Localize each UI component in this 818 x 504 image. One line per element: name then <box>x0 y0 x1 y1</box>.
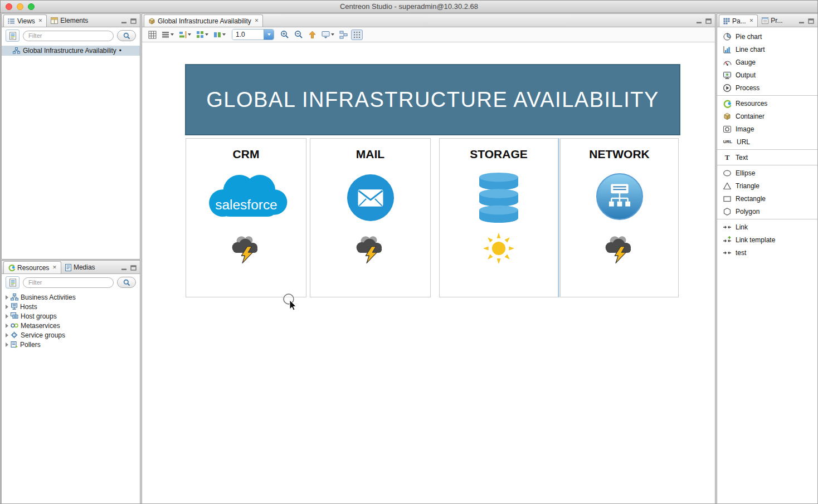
close-icon[interactable]: ✕ <box>38 18 43 23</box>
editor-tab[interactable]: Global Infrastructure Availability ✕ <box>144 14 263 27</box>
minimize-panel-icon[interactable] <box>121 265 127 271</box>
expand-arrow-icon[interactable] <box>6 305 8 309</box>
overview-button[interactable] <box>338 30 349 40</box>
palette-item-label: Rectangle <box>736 195 766 203</box>
resources-panel: Resources ✕ Medias <box>1 260 140 504</box>
zoom-out-button[interactable] <box>293 29 305 40</box>
palette-item-polygon[interactable]: Polygon <box>717 205 817 218</box>
export-menu-button[interactable] <box>320 30 336 40</box>
palette-item-link[interactable]: Link <box>717 221 817 233</box>
resources-doc-button[interactable] <box>6 276 20 288</box>
chevron-down-icon <box>205 33 208 36</box>
app-window: Centreon Studio - superadmin@10.30.2.68 … <box>0 0 818 504</box>
tree-item-service-groups[interactable]: Service groups <box>2 330 140 340</box>
palette-item-url[interactable]: URL URL <box>717 135 817 148</box>
move-up-button[interactable] <box>306 30 318 40</box>
align-menu-button[interactable] <box>177 30 193 40</box>
palette-item-output[interactable]: Output <box>717 68 817 81</box>
grid-layout-button[interactable] <box>147 30 158 40</box>
chevron-down-icon <box>171 33 174 36</box>
tab-palette[interactable]: Pa... ✕ <box>719 14 758 27</box>
palette-item-label: Polygon <box>736 208 759 216</box>
resources-panel-controls <box>121 265 140 273</box>
card-network[interactable]: NETWORK <box>560 138 679 297</box>
salesforce-logo: salesforce <box>201 168 292 227</box>
palette-separator <box>717 219 817 219</box>
close-icon[interactable]: ✕ <box>52 265 57 270</box>
minimize-panel-icon[interactable] <box>696 18 702 24</box>
expand-arrow-icon[interactable] <box>6 342 8 347</box>
line-chart-icon <box>723 45 732 54</box>
palette-item-line-chart[interactable]: Line chart <box>717 43 817 56</box>
zoom-in-button[interactable] <box>279 29 291 40</box>
resources-search-button[interactable] <box>117 277 136 288</box>
match-size-menu-button[interactable] <box>212 30 227 40</box>
editor-canvas[interactable]: GLOBAL INFRASTRUCTURE AVAILABILITY CRM s… <box>142 42 715 503</box>
tab-views[interactable]: Views ✕ <box>3 14 47 27</box>
window-titlebar: Centreon Studio - superadmin@10.30.2.68 <box>1 1 817 13</box>
zoom-dropdown-button[interactable] <box>264 30 274 40</box>
palette-controls <box>798 18 817 27</box>
editor-tabbar: Global Infrastructure Availability ✕ <box>142 14 715 27</box>
distribute-menu-button[interactable] <box>194 30 210 40</box>
tree-item-label: Hosts <box>20 303 37 311</box>
expand-arrow-icon[interactable] <box>6 295 8 300</box>
document-icon <box>9 278 17 287</box>
zoom-level-combo[interactable] <box>232 29 274 40</box>
palette-item-test[interactable]: test <box>717 246 817 259</box>
maximize-panel-icon[interactable] <box>808 18 814 24</box>
expand-arrow-icon[interactable] <box>6 314 8 319</box>
palette-tabbar: Pa... ✕ Pr... <box>717 14 817 27</box>
output-icon <box>723 71 732 80</box>
chevron-down-icon <box>267 33 271 36</box>
palette-item-triangle[interactable]: Triangle <box>717 179 817 192</box>
card-crm[interactable]: CRM salesforce <box>186 138 306 297</box>
expand-arrow-icon[interactable] <box>6 324 8 328</box>
row-layout-menu-button[interactable] <box>160 30 176 40</box>
palette-item-text[interactable]: T Text <box>717 151 817 164</box>
tab-resources[interactable]: Resources ✕ <box>3 261 61 273</box>
expand-arrow-icon[interactable] <box>6 333 8 337</box>
palette-item-process[interactable]: Process <box>717 81 817 94</box>
banner-element[interactable]: GLOBAL INFRASTRUCTURE AVAILABILITY <box>185 64 680 135</box>
resources-filter-input[interactable] <box>23 277 114 288</box>
minimize-panel-icon[interactable] <box>121 18 127 24</box>
palette-item-resources[interactable]: Resources <box>717 97 817 110</box>
grid-icon <box>148 31 157 39</box>
maximize-panel-icon[interactable] <box>130 18 137 24</box>
card-mail[interactable]: MAIL <box>310 138 431 297</box>
view-tree-item[interactable]: Global Infrastructure Availability • <box>2 46 140 56</box>
palette-item-gauge[interactable]: Gauge <box>717 56 817 68</box>
maximize-panel-icon[interactable] <box>130 265 137 271</box>
tree-item-pollers[interactable]: Pollers <box>2 340 140 349</box>
palette-item-ellipse[interactable]: Ellipse <box>717 167 817 179</box>
show-grid-toggle[interactable] <box>351 30 363 40</box>
tree-item-metaservices[interactable]: Metaservices <box>2 321 140 330</box>
zoom-level-input[interactable] <box>232 30 264 40</box>
new-view-button[interactable] <box>6 30 20 42</box>
palette-item-image[interactable]: Image <box>717 123 817 135</box>
palette-item-label: URL <box>737 138 750 146</box>
views-panel: Views ✕ Elements <box>1 13 140 260</box>
tree-item-business-activities[interactable]: Business Activities <box>2 292 140 302</box>
palette-item-container[interactable]: Container <box>717 110 817 123</box>
palette-item-pie-chart[interactable]: Pie chart <box>717 30 817 43</box>
palette-item-link-template[interactable]: Link template <box>717 233 817 246</box>
tab-properties[interactable]: Pr... <box>758 14 786 27</box>
views-search-button[interactable] <box>117 30 136 41</box>
tab-elements[interactable]: Elements <box>47 14 92 27</box>
views-filter-input[interactable] <box>23 31 114 41</box>
tab-medias-label: Medias <box>74 263 95 271</box>
minimize-panel-icon[interactable] <box>798 18 805 24</box>
tab-medias[interactable]: Medias <box>61 261 99 273</box>
text-icon: T <box>723 153 732 162</box>
palette-item-rectangle[interactable]: Rectangle <box>717 192 817 205</box>
tab-properties-label: Pr... <box>771 17 782 25</box>
tree-item-host-groups[interactable]: Host groups <box>2 311 140 321</box>
tree-item-hosts[interactable]: Hosts <box>2 302 140 311</box>
card-storage[interactable]: STORAGE <box>439 138 558 297</box>
close-icon[interactable]: ✕ <box>749 18 754 23</box>
link-icon <box>723 223 732 232</box>
close-icon[interactable]: ✕ <box>255 18 259 23</box>
maximize-panel-icon[interactable] <box>705 18 712 24</box>
